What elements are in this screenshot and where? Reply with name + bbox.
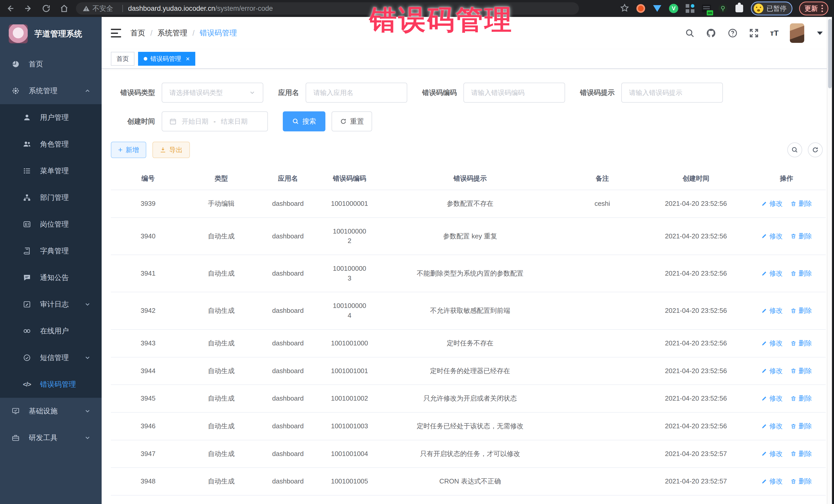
sidebar-item-menu[interactable]: 菜单管理 xyxy=(0,158,102,184)
error-hint-input[interactable] xyxy=(621,83,723,103)
extension-icon-tampermonkey[interactable]: on xyxy=(702,4,711,13)
edit-link[interactable]: 修改 xyxy=(761,306,783,316)
sidebar-item-error-code[interactable]: </>错误码管理 xyxy=(0,371,102,398)
cell-code: 1001000001 xyxy=(319,190,380,218)
cell-type: 自动生成 xyxy=(185,292,257,329)
delete-link[interactable]: 删除 xyxy=(790,366,812,376)
edit-link[interactable]: 修改 xyxy=(761,394,783,403)
address-bar[interactable]: 不安全 dashboard.yudao.iocoder.cn/system/er… xyxy=(76,2,579,15)
sidebar-item-user[interactable]: 用户管理 xyxy=(0,104,102,131)
delete-link[interactable]: 删除 xyxy=(790,421,812,431)
error-code-input[interactable] xyxy=(463,83,565,103)
edit-link[interactable]: 修改 xyxy=(761,421,783,431)
extension-icon-gem[interactable] xyxy=(652,4,662,13)
search-button[interactable]: 搜索 xyxy=(283,111,325,131)
browser-profile-chip[interactable]: 已暂停 xyxy=(751,2,792,15)
delete-link[interactable]: 删除 xyxy=(790,269,812,279)
sidebar-item-dict[interactable]: 字典管理 xyxy=(0,238,102,264)
sidebar-item-role[interactable]: 角色管理 xyxy=(0,131,102,158)
help-icon[interactable] xyxy=(727,28,738,38)
scrollbar-thumb[interactable] xyxy=(828,19,832,88)
extension-icon-orange[interactable] xyxy=(636,4,646,13)
delete-link[interactable]: 删除 xyxy=(790,477,812,486)
browser-reload-icon[interactable] xyxy=(42,4,51,13)
cell-hint: 只允许修改为开启或者关闭状态 xyxy=(380,385,560,412)
cell-hint: 不允许获取敏感配置到前端 xyxy=(380,292,560,329)
delete-link[interactable]: 删除 xyxy=(790,199,812,209)
font-size-icon[interactable]: тT xyxy=(770,29,778,38)
hamburger-icon[interactable] xyxy=(111,29,121,38)
sidebar-item-label: 通知公告 xyxy=(40,273,69,283)
edit-link[interactable]: 修改 xyxy=(761,232,783,241)
sidebar-item-home[interactable]: 首页 xyxy=(0,51,102,78)
app-logo[interactable]: 芋道管理系统 xyxy=(0,17,102,51)
edit-link[interactable]: 修改 xyxy=(761,199,783,209)
sidebar-item-audit-log[interactable]: 审计日志 xyxy=(0,291,102,318)
delete-link[interactable]: 删除 xyxy=(790,449,812,459)
edit-link[interactable]: 修改 xyxy=(761,338,783,348)
add-button[interactable]: + 新增 xyxy=(111,141,146,158)
export-button[interactable]: 导出 xyxy=(152,141,190,158)
cell-operations: 修改删除 xyxy=(747,190,826,218)
extension-icon-green[interactable]: V xyxy=(669,4,679,13)
browser-back-icon[interactable] xyxy=(6,4,15,13)
refresh-table-button[interactable] xyxy=(808,143,823,157)
extension-icon-key[interactable]: ⚲ xyxy=(718,4,728,13)
delete-link[interactable]: 删除 xyxy=(790,338,812,348)
edit-link[interactable]: 修改 xyxy=(761,477,783,486)
tab-error-code[interactable]: 错误码管理 × xyxy=(138,52,195,66)
delete-link[interactable]: 删除 xyxy=(790,394,812,403)
cell-note xyxy=(560,385,644,412)
date-range-picker[interactable]: 开始日期 - 结束日期 xyxy=(162,111,268,131)
delete-link[interactable]: 删除 xyxy=(790,232,812,241)
insecure-label: 不安全 xyxy=(92,4,113,13)
page-scrollbar[interactable] xyxy=(827,17,832,504)
reset-button[interactable]: 重置 xyxy=(332,111,372,131)
cell-id: 3940 xyxy=(111,218,185,255)
cell-hint: 定时任务的处理器已经存在 xyxy=(380,357,560,385)
github-icon[interactable] xyxy=(706,28,716,38)
sidebar-menu: 首页系统管理用户管理角色管理菜单管理部门管理岗位管理字典管理通知公告审计日志在线… xyxy=(0,51,102,451)
header-search-icon[interactable] xyxy=(685,28,695,38)
breadcrumb-system[interactable]: 系统管理 xyxy=(158,28,187,38)
sidebar-item-sms[interactable]: 短信管理 xyxy=(0,344,102,371)
browser-update-button[interactable]: 更新 xyxy=(799,2,828,15)
app-name-input[interactable] xyxy=(306,83,407,103)
fullscreen-icon[interactable] xyxy=(749,28,759,38)
sidebar-item-notice[interactable]: 通知公告 xyxy=(0,264,102,291)
bookmark-star-icon[interactable] xyxy=(620,3,629,14)
sidebar-item-online-user[interactable]: 在线用户 xyxy=(0,318,102,344)
sidebar-item-label: 菜单管理 xyxy=(40,166,69,176)
cell-code: 1001001000 xyxy=(319,329,380,357)
cell-code: 1001001005 xyxy=(319,467,380,495)
cell-app: dashboard xyxy=(257,255,319,292)
edit-link[interactable]: 修改 xyxy=(761,449,783,459)
sidebar-item-system[interactable]: 系统管理 xyxy=(0,78,102,104)
tab-close-icon[interactable]: × xyxy=(186,55,190,63)
tab-home[interactable]: 首页 xyxy=(111,52,134,66)
cell-note xyxy=(560,412,644,440)
cell-id: 3942 xyxy=(111,292,185,329)
cell-note xyxy=(560,467,644,495)
delete-link[interactable]: 删除 xyxy=(790,306,812,316)
sidebar-item-post[interactable]: 岗位管理 xyxy=(0,211,102,238)
sidebar-item-dev-tool[interactable]: 研发工具 xyxy=(0,424,102,451)
infra-icon xyxy=(11,407,20,415)
edit-link[interactable]: 修改 xyxy=(761,366,783,376)
sidebar-item-dept[interactable]: 部门管理 xyxy=(0,184,102,211)
sidebar-item-label: 字典管理 xyxy=(40,246,69,256)
browser-home-icon[interactable] xyxy=(60,4,69,13)
edit-link[interactable]: 修改 xyxy=(761,269,783,279)
cell-time: 2021-04-20 23:52:57 xyxy=(644,440,747,468)
sidebar-item-label: 基础设施 xyxy=(29,406,58,416)
user-menu-caret-icon[interactable] xyxy=(817,31,823,35)
extension-icon-grid[interactable] xyxy=(685,4,695,13)
error-type-select[interactable]: 请选择错误码类型 xyxy=(162,83,263,103)
sidebar-item-infra[interactable]: 基础设施 xyxy=(0,398,102,424)
browser-menu-icon[interactable] xyxy=(821,5,823,12)
toggle-search-button[interactable] xyxy=(787,143,802,157)
breadcrumb-home[interactable]: 首页 xyxy=(130,28,145,38)
extensions-puzzle-icon[interactable] xyxy=(734,4,744,13)
user-avatar[interactable] xyxy=(790,23,804,43)
browser-forward-icon[interactable] xyxy=(24,4,33,13)
